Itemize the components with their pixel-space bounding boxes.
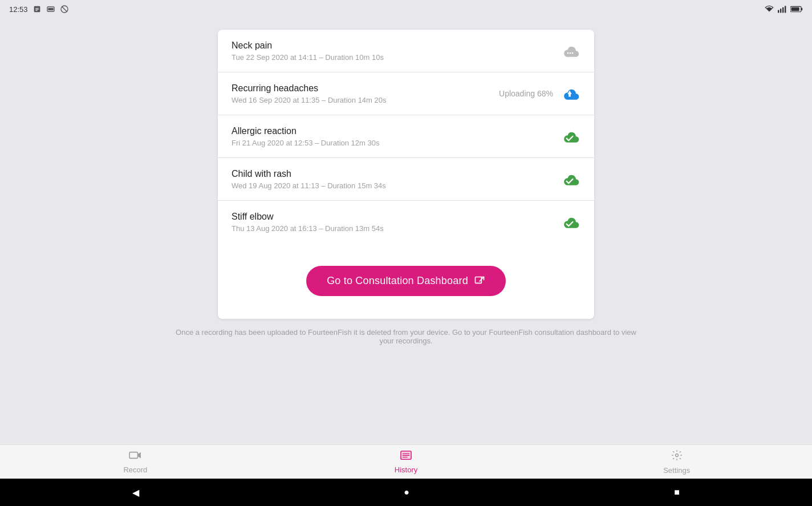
svg-rect-5	[48, 8, 53, 10]
consultation-info-5: Stiff elbow Thu 13 Aug 2020 at 16:13 – D…	[232, 212, 384, 233]
dashboard-button-label: Go to Consultation Dashboard	[327, 275, 468, 287]
nav-label-record: Record	[123, 465, 147, 474]
status-bar-left: 12:53	[9, 5, 69, 14]
android-nav-bar: ◀ ● ■	[0, 479, 812, 506]
list-item[interactable]: Allergic reaction Fri 21 Aug 2020 at 12:…	[218, 115, 594, 158]
consultation-title-4: Child with rash	[232, 169, 386, 179]
consultation-meta-1: Tue 22 Sep 2020 at 14:11 – Duration 10m …	[232, 53, 384, 62]
nav-item-history[interactable]: History	[271, 450, 542, 474]
footer-note: Once a recording has been uploaded to Fo…	[149, 319, 663, 354]
consultation-action-1	[559, 40, 580, 62]
nav-label-settings: Settings	[663, 466, 690, 475]
svg-rect-15	[567, 52, 569, 54]
external-link-icon	[474, 276, 485, 287]
consultation-meta-2: Wed 16 Sep 2020 at 11:35 – Duration 14m …	[232, 96, 387, 104]
svg-line-7	[62, 6, 67, 11]
time-display: 12:53	[9, 5, 28, 14]
wifi-icon	[764, 5, 774, 13]
cloud-done-icon	[559, 168, 580, 190]
bottom-nav: Record History Settings	[0, 444, 812, 479]
nav-label-history: History	[395, 465, 417, 474]
consultation-title-5: Stiff elbow	[232, 212, 384, 222]
record-icon	[129, 450, 141, 463]
main-content: Neck pain Tue 22 Sep 2020 at 14:11 – Dur…	[0, 18, 812, 444]
consultation-info-3: Allergic reaction Fri 21 Aug 2020 at 12:…	[232, 126, 379, 147]
consultation-info-2: Recurring headaches Wed 16 Sep 2020 at 1…	[232, 83, 387, 104]
consultation-info-4: Child with rash Wed 19 Aug 2020 at 11:13…	[232, 169, 386, 190]
consultation-meta-3: Fri 21 Aug 2020 at 12:53 – Duration 12m …	[232, 139, 379, 147]
card-footer: Go to Consultation Dashboard	[218, 243, 594, 319]
svg-rect-9	[780, 9, 781, 13]
blocked-icon	[60, 5, 69, 14]
svg-marker-21	[138, 452, 141, 458]
home-button[interactable]: ●	[404, 487, 409, 497]
consultation-action-4	[559, 168, 580, 190]
status-bar-right	[764, 5, 803, 13]
consultation-action-3	[559, 126, 580, 147]
consultation-action-2: Uploading 68%	[499, 83, 580, 104]
nav-item-settings[interactable]: Settings	[541, 450, 812, 475]
cloud-uploading-icon	[559, 83, 580, 104]
svg-rect-11	[785, 6, 786, 13]
notification-icon	[33, 5, 42, 14]
history-icon	[400, 450, 412, 463]
consultation-title-2: Recurring headaches	[232, 83, 387, 94]
svg-rect-26	[403, 456, 408, 457]
svg-rect-17	[572, 52, 574, 54]
consultation-title-3: Allergic reaction	[232, 126, 379, 136]
svg-rect-16	[570, 52, 571, 54]
list-item[interactable]: Child with rash Wed 19 Aug 2020 at 11:13…	[218, 158, 594, 201]
status-bar: 12:53	[0, 0, 812, 18]
back-button[interactable]: ◀	[132, 487, 139, 498]
battery-icon	[790, 6, 803, 13]
list-item[interactable]: Neck pain Tue 22 Sep 2020 at 14:11 – Dur…	[218, 30, 594, 72]
svg-rect-14	[791, 7, 799, 11]
consultation-info-1: Neck pain Tue 22 Sep 2020 at 14:11 – Dur…	[232, 41, 384, 62]
svg-rect-25	[403, 455, 410, 455]
svg-rect-10	[782, 7, 783, 13]
upload-label-2: Uploading 68%	[499, 89, 553, 98]
svg-point-27	[675, 454, 678, 456]
list-item[interactable]: Recurring headaches Wed 16 Sep 2020 at 1…	[218, 72, 594, 115]
consultation-title-1: Neck pain	[232, 41, 384, 51]
consultation-card: Neck pain Tue 22 Sep 2020 at 14:11 – Dur…	[218, 30, 594, 319]
consultation-list: Neck pain Tue 22 Sep 2020 at 14:11 – Dur…	[218, 30, 594, 243]
cloud-done-icon	[559, 126, 580, 147]
go-to-dashboard-button[interactable]: Go to Consultation Dashboard	[306, 266, 506, 296]
nav-item-record[interactable]: Record	[0, 450, 271, 474]
svg-rect-8	[778, 10, 779, 13]
svg-rect-20	[129, 452, 137, 458]
cloud-done-icon	[559, 211, 580, 233]
svg-rect-13	[801, 8, 802, 11]
settings-icon	[671, 450, 683, 464]
consultation-meta-5: Thu 13 Aug 2020 at 16:13 – Duration 13m …	[232, 224, 384, 233]
svg-rect-24	[403, 453, 410, 454]
svg-rect-3	[35, 10, 37, 11]
storage-icon	[46, 5, 55, 14]
svg-rect-1	[35, 8, 38, 9]
consultation-action-5	[559, 211, 580, 233]
consultation-meta-4: Wed 19 Aug 2020 at 11:13 – Duration 15m …	[232, 181, 386, 190]
signal-icon	[778, 5, 787, 13]
list-item[interactable]: Stiff elbow Thu 13 Aug 2020 at 16:13 – D…	[218, 201, 594, 243]
recents-button[interactable]: ■	[674, 487, 680, 497]
svg-rect-2	[35, 9, 38, 10]
cloud-pending-icon	[559, 40, 580, 62]
